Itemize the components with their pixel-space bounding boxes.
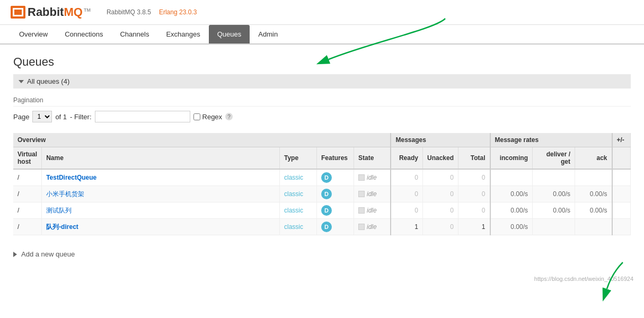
table-body: /TestDirectQueueclassicDidle000/小米手机货架cl… <box>13 169 631 235</box>
logo: RabbitMQTM <box>11 5 91 19</box>
state-label: idle <box>367 190 377 198</box>
overview-group-header: Overview <box>13 133 391 147</box>
state-icon <box>358 174 365 181</box>
page-title: Queues <box>13 55 631 69</box>
nav-connections[interactable]: Connections <box>56 25 111 43</box>
pagination-controls: Page 1 of 1 - Filter: Regex ? <box>13 111 631 122</box>
logo-icon <box>11 6 25 19</box>
state-icon <box>358 191 365 197</box>
section-label: All queues (4) <box>27 77 69 85</box>
nav-queues[interactable]: Queues <box>209 25 250 43</box>
state-label: idle <box>367 174 377 181</box>
logo-tm: TM <box>84 7 91 13</box>
logo-mq: MQ <box>64 5 82 19</box>
queue-name-link[interactable]: 队列-direct <box>46 223 78 231</box>
add-queue-label: Add a new queue <box>21 250 75 258</box>
content: Queues All queues (4) Pagination Page 1 … <box>0 45 644 273</box>
logo-text: RabbitMQTM <box>28 5 91 19</box>
erlang-version: Erlang 23.0.3 <box>159 8 197 16</box>
table-row[interactable]: /小米手机货架classicDidle0000.00/s0.00/s0.00/s <box>13 186 631 202</box>
table-row[interactable]: /TestDirectQueueclassicDidle000 <box>13 169 631 186</box>
pagination-section: Pagination Page 1 of 1 - Filter: Regex ? <box>13 96 631 122</box>
collapse-icon <box>19 80 24 83</box>
feature-badge-d: D <box>321 205 332 216</box>
filter-label: - Filter: <box>70 113 91 121</box>
th-ready: Ready <box>391 147 422 170</box>
nav-admin[interactable]: Admin <box>250 25 286 43</box>
state-icon <box>358 224 365 230</box>
th-virtual-host: Virtual host <box>13 147 42 170</box>
page-label: Page <box>13 113 29 121</box>
th-incoming: incoming <box>490 147 533 170</box>
th-features: Features <box>316 147 354 170</box>
col-header-row: Virtual host Name Type Features State Re… <box>13 147 631 170</box>
header: RabbitMQTM RabbitMQ 3.8.5 Erlang 23.0.3 <box>0 0 644 25</box>
regex-label[interactable]: Regex <box>193 113 223 121</box>
feature-badge-d: D <box>321 222 332 232</box>
feature-badge-d: D <box>321 189 332 199</box>
th-ack: ack <box>575 147 612 170</box>
th-deliver-get: deliver / get <box>533 147 575 170</box>
th-state: State <box>354 147 391 170</box>
table-row[interactable]: /测试队列classicDidle0000.00/s0.00/s0.00/s <box>13 202 631 219</box>
th-unacked: Unacked <box>422 147 458 170</box>
queue-name-link[interactable]: TestDirectQueue <box>46 174 96 181</box>
plus-minus-group-header: +/- <box>612 133 631 147</box>
rabbitmq-version: RabbitMQ 3.8.5 <box>107 8 151 16</box>
version-badges: RabbitMQ 3.8.5 Erlang 23.0.3 <box>107 8 197 16</box>
nav: Overview Connections Channels Exchanges … <box>0 25 644 45</box>
queue-name-link[interactable]: 测试队列 <box>46 207 72 214</box>
add-queue-section[interactable]: Add a new queue <box>13 246 631 262</box>
nav-channels[interactable]: Channels <box>111 25 157 43</box>
message-rates-group-header: Message rates <box>490 133 612 147</box>
th-name: Name <box>42 147 280 170</box>
th-plus-minus <box>612 147 631 170</box>
pagination-label: Pagination <box>13 96 631 107</box>
expand-icon <box>13 252 17 257</box>
state-label: idle <box>367 223 377 231</box>
page-select[interactable]: 1 <box>32 111 52 122</box>
queue-name-link[interactable]: 小米手机货架 <box>46 190 84 198</box>
state-label: idle <box>367 207 377 214</box>
group-header-row: Overview Messages Message rates +/- <box>13 133 631 147</box>
table-row[interactable]: /队列-directclassicDidle1010.00/s <box>13 219 631 235</box>
nav-overview[interactable]: Overview <box>11 25 56 43</box>
th-type: Type <box>279 147 316 170</box>
state-icon <box>358 207 365 214</box>
logo-rabbit: Rabbit <box>28 5 64 19</box>
help-icon[interactable]: ? <box>225 113 233 120</box>
filter-input[interactable] <box>95 111 190 122</box>
nav-exchanges[interactable]: Exchanges <box>157 25 208 43</box>
queues-table: Overview Messages Message rates +/- Virt… <box>13 133 631 235</box>
regex-checkbox[interactable] <box>193 113 200 120</box>
section-header[interactable]: All queues (4) <box>13 74 631 89</box>
footer: https://blog.csdn.net/weixin_40516924 <box>0 273 644 285</box>
messages-group-header: Messages <box>391 133 490 147</box>
th-total: Total <box>458 147 490 170</box>
feature-badge-d: D <box>321 172 332 183</box>
of-label: of 1 <box>55 113 67 121</box>
watermark: https://blog.csdn.net/weixin_40516924 <box>534 276 633 282</box>
